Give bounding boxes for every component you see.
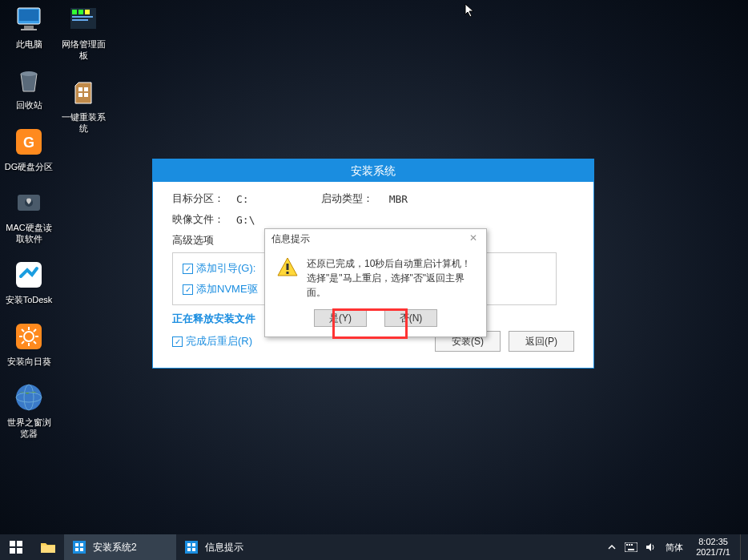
recycle-bin-icon[interactable]: 回收站 [3,64,54,111]
target-partition-label: 目标分区： [172,191,236,206]
task-label: 信息提示 [205,541,243,554]
svg-rect-32 [84,93,88,97]
icon-label: 世界之窗浏览器 [3,417,54,440]
check-icon: ✓ [183,284,193,295]
tray-volume-icon[interactable] [643,540,658,554]
svg-rect-43 [75,548,78,551]
mac-disk-icon[interactable]: MAC硬盘读取软件 [3,187,54,245]
icon-label: MAC硬盘读取软件 [3,222,54,245]
this-pc-icon[interactable]: 此电脑 [3,3,54,50]
svg-rect-35 [10,541,15,546]
check-icon: ✓ [172,336,183,347]
dialog-line2: 选择"是"马上重启，选择"否"返回主界面。 [307,271,475,300]
svg-rect-52 [629,544,630,546]
svg-rect-50 [625,542,637,552]
svg-rect-38 [17,548,22,554]
svg-rect-30 [84,87,88,91]
time: 8:02:35 [696,537,730,547]
icon-label: 回收站 [3,99,54,111]
boot-type-label: 启动类型： [321,191,389,206]
todesk-icon[interactable]: 安装ToDesk [3,259,54,305]
close-icon[interactable]: ✕ [467,232,480,245]
svg-point-20 [16,385,42,410]
show-desktop-button[interactable] [740,534,745,560]
network-panel-icon[interactable]: 网络管理面板 [58,3,109,62]
ime-indicator[interactable]: 简体 [662,542,686,554]
sunflower-icon[interactable]: 安装向日葵 [3,320,54,367]
taskbar-explorer-icon[interactable] [32,534,64,560]
svg-point-4 [21,71,37,76]
taskbar-item-dialog[interactable]: 信息提示 [176,534,288,560]
tray-chevron-icon[interactable] [605,540,619,554]
dialog-message: 还原已完成，10秒后自动重启计算机！ 选择"是"马上重启，选择"否"返回主界面。 [307,256,475,300]
date: 2021/7/1 [696,547,730,558]
yes-button[interactable]: 是(Y) [314,309,367,327]
icon-label: 此电脑 [3,38,54,50]
checkbox-label: 添加引导(G): [196,261,255,276]
image-file-label: 映像文件： [172,212,236,227]
taskbar: 安装系统2 信息提示 简体 8:02:35 2021/7/1 [0,534,748,560]
svg-rect-24 [72,10,77,14]
svg-rect-39 [41,546,55,553]
svg-rect-54 [628,549,634,550]
svg-rect-34 [287,272,289,274]
svg-rect-26 [85,10,90,14]
icon-label: 安装向日葵 [3,356,54,367]
app-icon [72,540,86,554]
dialog-title: 信息提示 [271,232,310,246]
svg-text:G: G [23,135,34,151]
svg-rect-33 [287,264,289,270]
info-dialog: 信息提示 ✕ 还原已完成，10秒后自动重启计算机！ 选择"是"马上重启，选择"否… [264,228,487,337]
install-title: 安装系统 [153,159,593,182]
svg-rect-29 [78,87,82,91]
app-icon [184,540,199,554]
restart-after-checkbox[interactable]: ✓完成后重启(R) [172,334,252,348]
svg-rect-27 [72,16,93,18]
svg-rect-53 [631,544,633,546]
svg-rect-44 [80,548,83,551]
tray-keyboard-icon[interactable] [624,540,638,554]
taskbar-item-install[interactable]: 安装系统2 [64,534,176,560]
theworld-browser-icon[interactable]: 世界之窗浏览器 [3,381,54,440]
clock[interactable]: 8:02:35 2021/7/1 [691,537,735,558]
svg-rect-9 [16,262,42,288]
target-partition-value: C: [236,193,249,205]
icon-label: 一键重装系统 [58,111,109,135]
svg-rect-3 [21,29,37,30]
svg-rect-47 [192,543,195,546]
svg-rect-36 [17,541,22,546]
svg-rect-37 [10,548,15,554]
svg-rect-31 [78,93,82,97]
svg-rect-51 [626,544,628,546]
svg-rect-49 [192,548,195,551]
dialog-line1: 还原已完成，10秒后自动重启计算机！ [307,256,475,271]
checkbox-label: 完成后重启(R) [186,334,252,348]
svg-rect-41 [75,543,78,546]
desktop-icons-col1: 此电脑 回收站 G DG硬盘分区 MAC硬盘读取软件 安装ToDesk 安装向日… [3,3,54,454]
svg-rect-2 [24,26,34,29]
svg-rect-1 [19,10,38,21]
icon-label: DG硬盘分区 [3,161,54,172]
svg-rect-48 [187,548,191,551]
image-file-value: G:\ [236,214,255,226]
svg-rect-42 [80,543,83,546]
svg-rect-28 [72,19,88,21]
svg-rect-25 [78,10,83,14]
desktop-icons-col2: 网络管理面板 一键重装系统 [58,3,109,148]
check-icon: ✓ [183,264,193,274]
reinstall-system-icon[interactable]: 一键重装系统 [58,76,109,135]
system-tray: 简体 8:02:35 2021/7/1 [605,534,748,560]
svg-rect-40 [73,541,86,554]
icon-label: 网络管理面板 [58,38,109,62]
checkbox-label: 添加NVME驱 [196,282,258,296]
boot-type-value: MBR [389,193,408,205]
warning-icon [276,256,299,279]
svg-rect-45 [185,541,198,554]
dg-disk-icon[interactable]: G DG硬盘分区 [3,126,54,172]
dialog-titlebar[interactable]: 信息提示 ✕ [265,229,486,248]
task-label: 安装系统2 [93,541,137,554]
icon-label: 安装ToDesk [3,294,54,305]
no-button[interactable]: 否(N) [384,309,437,327]
start-button[interactable] [0,534,32,560]
back-button[interactable]: 返回(P) [509,331,574,352]
